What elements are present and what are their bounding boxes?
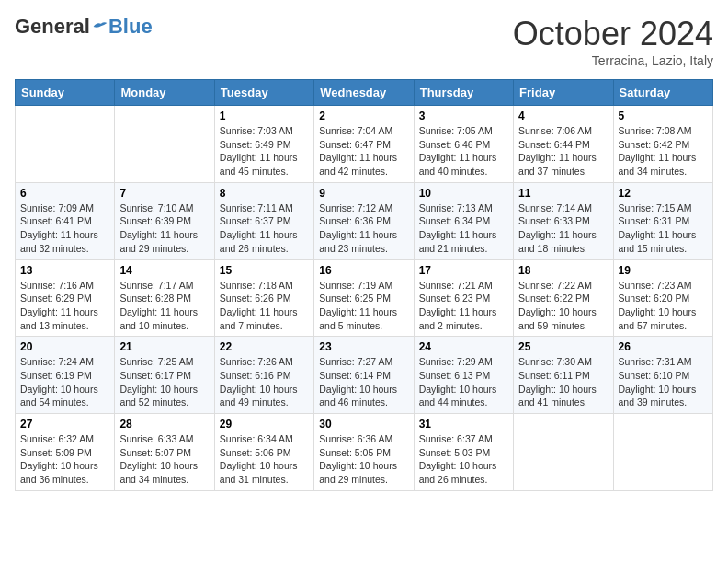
day-info: Sunrise: 7:24 AMSunset: 6:19 PMDaylight:…: [20, 355, 109, 409]
day-info: Sunrise: 7:17 AMSunset: 6:28 PMDaylight:…: [119, 279, 209, 333]
calendar-cell: 24Sunrise: 7:29 AMSunset: 6:13 PMDayligh…: [414, 337, 513, 414]
day-number: 23: [319, 340, 408, 353]
day-number: 13: [20, 264, 109, 277]
column-header-friday: Friday: [514, 80, 613, 106]
column-header-sunday: Sunday: [16, 80, 115, 106]
column-header-tuesday: Tuesday: [214, 80, 313, 106]
calendar-week-row: 20Sunrise: 7:24 AMSunset: 6:19 PMDayligh…: [16, 337, 713, 414]
day-info: Sunrise: 7:06 AMSunset: 6:44 PMDaylight:…: [518, 124, 608, 178]
day-number: 29: [220, 418, 309, 431]
day-info: Sunrise: 7:18 AMSunset: 6:26 PMDaylight:…: [220, 279, 309, 333]
day-number: 21: [119, 340, 209, 353]
calendar-cell: 11Sunrise: 7:14 AMSunset: 6:33 PMDayligh…: [514, 182, 613, 259]
day-info: Sunrise: 7:21 AMSunset: 6:23 PMDaylight:…: [419, 279, 508, 333]
calendar-week-row: 27Sunrise: 6:32 AMSunset: 5:09 PMDayligh…: [16, 414, 713, 491]
logo-general: General: [15, 15, 90, 39]
day-number: 16: [319, 264, 408, 277]
calendar-cell: 6Sunrise: 7:09 AMSunset: 6:41 PMDaylight…: [16, 182, 115, 259]
calendar-cell: [115, 106, 214, 183]
calendar-cell: 31Sunrise: 6:37 AMSunset: 5:03 PMDayligh…: [414, 414, 513, 491]
location-subtitle: Terracina, Lazio, Italy: [513, 53, 713, 68]
day-info: Sunrise: 7:27 AMSunset: 6:14 PMDaylight:…: [319, 355, 408, 409]
calendar-cell: 19Sunrise: 7:23 AMSunset: 6:20 PMDayligh…: [613, 259, 712, 337]
calendar-cell: [514, 414, 613, 491]
day-info: Sunrise: 7:04 AMSunset: 6:47 PMDaylight:…: [319, 124, 408, 178]
calendar-cell: 4Sunrise: 7:06 AMSunset: 6:44 PMDaylight…: [514, 106, 613, 183]
day-info: Sunrise: 7:12 AMSunset: 6:36 PMDaylight:…: [319, 201, 408, 256]
day-info: Sunrise: 6:33 AMSunset: 5:07 PMDaylight:…: [119, 432, 209, 487]
calendar-cell: 1Sunrise: 7:03 AMSunset: 6:49 PMDaylight…: [214, 106, 313, 183]
day-info: Sunrise: 7:29 AMSunset: 6:13 PMDaylight:…: [419, 355, 508, 409]
day-number: 1: [220, 109, 309, 122]
page-header: General Blue October 2024 Terracina, Laz…: [15, 15, 713, 68]
day-number: 27: [20, 418, 109, 431]
day-number: 10: [419, 187, 508, 200]
calendar-cell: 2Sunrise: 7:04 AMSunset: 6:47 PMDaylight…: [314, 106, 414, 183]
calendar-table: SundayMondayTuesdayWednesdayThursdayFrid…: [15, 79, 713, 491]
day-info: Sunrise: 7:15 AMSunset: 6:31 PMDaylight:…: [619, 201, 708, 256]
logo-blue: Blue: [108, 15, 153, 39]
calendar-cell: 10Sunrise: 7:13 AMSunset: 6:34 PMDayligh…: [414, 182, 513, 259]
day-info: Sunrise: 7:31 AMSunset: 6:10 PMDaylight:…: [619, 355, 708, 409]
calendar-cell: 5Sunrise: 7:08 AMSunset: 6:42 PMDaylight…: [613, 106, 712, 183]
day-number: 26: [619, 340, 708, 353]
calendar-cell: 12Sunrise: 7:15 AMSunset: 6:31 PMDayligh…: [613, 182, 712, 259]
calendar-cell: 17Sunrise: 7:21 AMSunset: 6:23 PMDayligh…: [414, 259, 513, 337]
calendar-cell: 28Sunrise: 6:33 AMSunset: 5:07 PMDayligh…: [115, 414, 214, 491]
day-number: 30: [319, 418, 408, 431]
day-info: Sunrise: 7:16 AMSunset: 6:29 PMDaylight:…: [20, 279, 109, 333]
day-number: 3: [419, 109, 508, 122]
day-info: Sunrise: 7:30 AMSunset: 6:11 PMDaylight:…: [518, 355, 608, 409]
calendar-cell: 25Sunrise: 7:30 AMSunset: 6:11 PMDayligh…: [514, 337, 613, 414]
calendar-cell: [16, 106, 115, 183]
calendar-cell: 3Sunrise: 7:05 AMSunset: 6:46 PMDaylight…: [414, 106, 513, 183]
day-info: Sunrise: 7:23 AMSunset: 6:20 PMDaylight:…: [619, 279, 708, 333]
calendar-cell: 26Sunrise: 7:31 AMSunset: 6:10 PMDayligh…: [613, 337, 712, 414]
calendar-cell: 15Sunrise: 7:18 AMSunset: 6:26 PMDayligh…: [214, 259, 313, 337]
calendar-cell: 29Sunrise: 6:34 AMSunset: 5:06 PMDayligh…: [214, 414, 313, 491]
calendar-cell: 8Sunrise: 7:11 AMSunset: 6:37 PMDaylight…: [214, 182, 313, 259]
day-info: Sunrise: 7:14 AMSunset: 6:33 PMDaylight:…: [518, 201, 608, 256]
column-header-wednesday: Wednesday: [314, 80, 414, 106]
day-number: 5: [619, 109, 708, 122]
day-info: Sunrise: 6:34 AMSunset: 5:06 PMDaylight:…: [220, 432, 309, 487]
day-number: 4: [518, 109, 608, 122]
logo-bird-icon: [92, 20, 108, 33]
day-info: Sunrise: 6:36 AMSunset: 5:05 PMDaylight:…: [319, 432, 408, 487]
day-number: 24: [419, 340, 508, 353]
day-number: 31: [419, 418, 508, 431]
calendar-cell: 18Sunrise: 7:22 AMSunset: 6:22 PMDayligh…: [514, 259, 613, 337]
day-info: Sunrise: 7:05 AMSunset: 6:46 PMDaylight:…: [419, 124, 508, 178]
day-info: Sunrise: 7:26 AMSunset: 6:16 PMDaylight:…: [220, 355, 309, 409]
day-info: Sunrise: 7:10 AMSunset: 6:39 PMDaylight:…: [119, 201, 209, 256]
calendar-week-row: 6Sunrise: 7:09 AMSunset: 6:41 PMDaylight…: [16, 182, 713, 259]
column-header-thursday: Thursday: [414, 80, 513, 106]
calendar-cell: 21Sunrise: 7:25 AMSunset: 6:17 PMDayligh…: [115, 337, 214, 414]
calendar-cell: 27Sunrise: 6:32 AMSunset: 5:09 PMDayligh…: [16, 414, 115, 491]
day-info: Sunrise: 7:25 AMSunset: 6:17 PMDaylight:…: [119, 355, 209, 409]
day-info: Sunrise: 7:09 AMSunset: 6:41 PMDaylight:…: [20, 201, 109, 256]
calendar-week-row: 13Sunrise: 7:16 AMSunset: 6:29 PMDayligh…: [16, 259, 713, 337]
logo: General Blue: [15, 15, 153, 39]
calendar-cell: 7Sunrise: 7:10 AMSunset: 6:39 PMDaylight…: [115, 182, 214, 259]
day-number: 11: [518, 187, 608, 200]
day-number: 7: [119, 187, 209, 200]
column-header-monday: Monday: [115, 80, 214, 106]
day-number: 9: [319, 187, 408, 200]
day-number: 6: [20, 187, 109, 200]
calendar-cell: 20Sunrise: 7:24 AMSunset: 6:19 PMDayligh…: [16, 337, 115, 414]
calendar-cell: 14Sunrise: 7:17 AMSunset: 6:28 PMDayligh…: [115, 259, 214, 337]
day-number: 28: [119, 418, 209, 431]
day-info: Sunrise: 7:13 AMSunset: 6:34 PMDaylight:…: [419, 201, 508, 256]
calendar-cell: 30Sunrise: 6:36 AMSunset: 5:05 PMDayligh…: [314, 414, 414, 491]
day-number: 17: [419, 264, 508, 277]
day-info: Sunrise: 7:19 AMSunset: 6:25 PMDaylight:…: [319, 279, 408, 333]
day-info: Sunrise: 6:32 AMSunset: 5:09 PMDaylight:…: [20, 432, 109, 487]
day-number: 18: [518, 264, 608, 277]
day-info: Sunrise: 7:11 AMSunset: 6:37 PMDaylight:…: [220, 201, 309, 256]
calendar-cell: 13Sunrise: 7:16 AMSunset: 6:29 PMDayligh…: [16, 259, 115, 337]
day-number: 20: [20, 340, 109, 353]
day-info: Sunrise: 7:08 AMSunset: 6:42 PMDaylight:…: [619, 124, 708, 178]
day-number: 8: [220, 187, 309, 200]
day-number: 14: [119, 264, 209, 277]
